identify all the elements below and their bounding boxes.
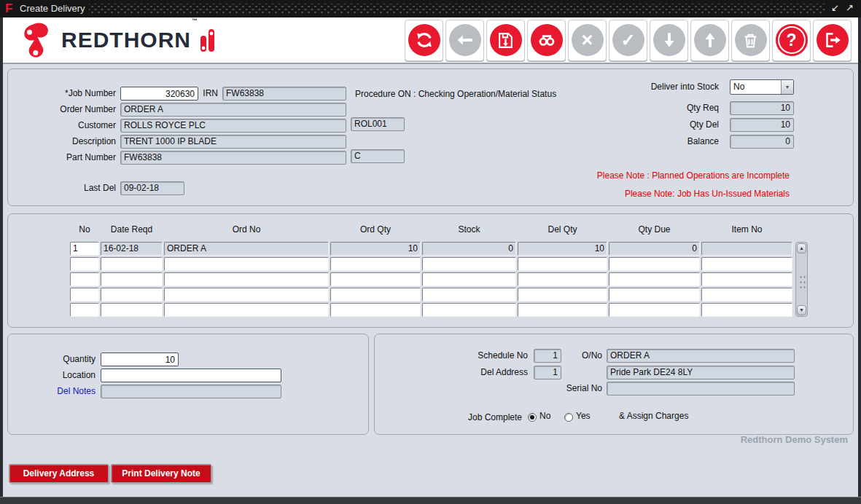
table-cell[interactable]: 16-02-18: [101, 242, 163, 256]
irn-field: FW63838: [222, 87, 346, 101]
table-cell[interactable]: [609, 257, 700, 271]
quantity-label: Quantity: [8, 353, 96, 366]
customer-code-field: ROL001: [351, 117, 405, 131]
deliver-into-stock-dropdown[interactable]: No ▼: [730, 79, 794, 95]
job-complete-no-radio[interactable]: [528, 413, 537, 422]
table-cell[interactable]: [164, 303, 329, 317]
deliver-into-stock-label: Deliver into Stock: [573, 80, 719, 94]
trash-icon: [735, 24, 767, 56]
customer-field: ROLLS ROYCE PLC: [120, 119, 346, 133]
table-cell[interactable]: [164, 288, 329, 302]
delivery-address-field: Pride Park DE24 8LY: [607, 366, 795, 379]
part-status-field: C: [351, 149, 405, 163]
restore-window-icon[interactable]: ↙: [831, 2, 839, 13]
table-cell[interactable]: [164, 272, 329, 286]
confirm-button[interactable]: ✓: [609, 20, 647, 61]
title-bar: F Create Delivery ↙ ↗: [0, 0, 861, 17]
table-cell[interactable]: [609, 303, 700, 317]
job-complete-yes-radio[interactable]: [564, 413, 573, 422]
table-cell[interactable]: [101, 303, 163, 317]
table-cell[interactable]: [330, 257, 421, 271]
table-cell[interactable]: [701, 257, 792, 271]
table-cell[interactable]: [422, 288, 516, 302]
table-cell[interactable]: ORDER A: [164, 242, 329, 256]
order-number-field: ORDER A: [120, 103, 346, 117]
job-complete-yes-label: Yes: [576, 411, 591, 421]
col-header-qty-due: Qty Due: [609, 224, 700, 235]
table-cell[interactable]: [330, 288, 421, 302]
del-address-label: Del Address: [418, 366, 528, 379]
table-cell[interactable]: [701, 242, 792, 256]
col-header-stock: Stock: [422, 224, 516, 235]
app-window: F Create Delivery ↙ ↗ REDTHORN™: [0, 0, 861, 504]
table-cell[interactable]: [101, 257, 163, 271]
col-header-date-reqd: Date Reqd: [101, 224, 163, 235]
location-input[interactable]: [101, 369, 281, 382]
refresh-button[interactable]: [405, 20, 443, 61]
back-button[interactable]: [445, 20, 484, 61]
cancel-button[interactable]: ×: [568, 20, 607, 61]
warning-unissued-materials: Please Note: Job Has Un-Issued Materials: [625, 189, 790, 199]
scrollbar-thumb[interactable]: [799, 275, 806, 289]
print-delivery-note-button[interactable]: Print Delivery Note: [111, 464, 211, 483]
last-del-field: 09-02-18: [120, 181, 184, 195]
redthorn-logo-icon: [20, 22, 57, 58]
scroll-down-icon[interactable]: ▼: [797, 305, 806, 315]
table-cell[interactable]: 1: [70, 242, 99, 256]
del-address-no-field: 1: [534, 366, 561, 379]
move-up-button[interactable]: [690, 20, 729, 61]
schedule-panel: Schedule No 1 O/No ORDER A Del Address 1…: [374, 334, 854, 435]
deliver-into-stock-value: No: [731, 80, 781, 94]
table-cell[interactable]: [330, 272, 421, 286]
table-cell[interactable]: [70, 288, 99, 302]
dropdown-arrow-icon[interactable]: ▼: [781, 80, 793, 94]
exit-button[interactable]: [813, 20, 852, 61]
window-title: Create Delivery: [20, 3, 85, 14]
up-arrow-icon: [694, 24, 726, 56]
maximize-window-icon[interactable]: ↗: [846, 2, 854, 13]
table-cell[interactable]: [422, 272, 516, 286]
del-notes-link[interactable]: Del Notes: [8, 385, 96, 398]
part-number-field: FW63838: [120, 151, 346, 165]
balance-field: 0: [730, 135, 794, 149]
table-cell[interactable]: 0: [609, 242, 700, 256]
move-down-button[interactable]: [650, 20, 688, 61]
table-cell[interactable]: 0: [422, 242, 516, 256]
job-header-panel: *Job Number IRN FW63838 Procedure ON : C…: [7, 68, 854, 206]
del-notes-field: [101, 385, 281, 398]
table-cell[interactable]: [518, 272, 607, 286]
table-cell[interactable]: [101, 288, 163, 302]
save-button[interactable]: [486, 20, 525, 61]
table-cell[interactable]: [164, 257, 329, 271]
delivery-address-button[interactable]: Delivery Address: [9, 464, 109, 483]
exit-icon: [817, 24, 849, 56]
quantity-input[interactable]: [101, 353, 179, 366]
delete-button[interactable]: [731, 20, 770, 61]
table-cell[interactable]: [701, 272, 792, 286]
table-cell[interactable]: [70, 272, 99, 286]
col-header-ord-no: Ord No: [164, 224, 329, 235]
table-cell[interactable]: [701, 288, 792, 302]
table-cell[interactable]: [609, 272, 700, 286]
table-cell[interactable]: [518, 288, 607, 302]
table-cell[interactable]: [609, 288, 700, 302]
help-button[interactable]: ?: [772, 20, 811, 61]
table-cell[interactable]: [518, 257, 607, 271]
table-cell[interactable]: [101, 272, 163, 286]
procedure-status-text: Procedure ON : Checking Operation/Materi…: [355, 89, 556, 99]
table-cell[interactable]: 10: [330, 242, 421, 256]
table-cell[interactable]: [422, 303, 516, 317]
table-cell[interactable]: [422, 257, 516, 271]
refresh-icon: [408, 24, 440, 56]
table-cell[interactable]: 10: [518, 242, 607, 256]
table-cell[interactable]: [70, 303, 99, 317]
find-button[interactable]: [527, 20, 566, 61]
table-cell[interactable]: [70, 257, 99, 271]
table-scrollbar[interactable]: ▲ ▼: [795, 242, 808, 317]
table-cell[interactable]: [701, 303, 792, 317]
table-cell[interactable]: [330, 303, 421, 317]
brand-name: REDTHORN™: [61, 28, 198, 52]
titlebar-pattern: [89, 4, 826, 14]
scroll-up-icon[interactable]: ▲: [797, 243, 806, 253]
table-cell[interactable]: [518, 303, 607, 317]
